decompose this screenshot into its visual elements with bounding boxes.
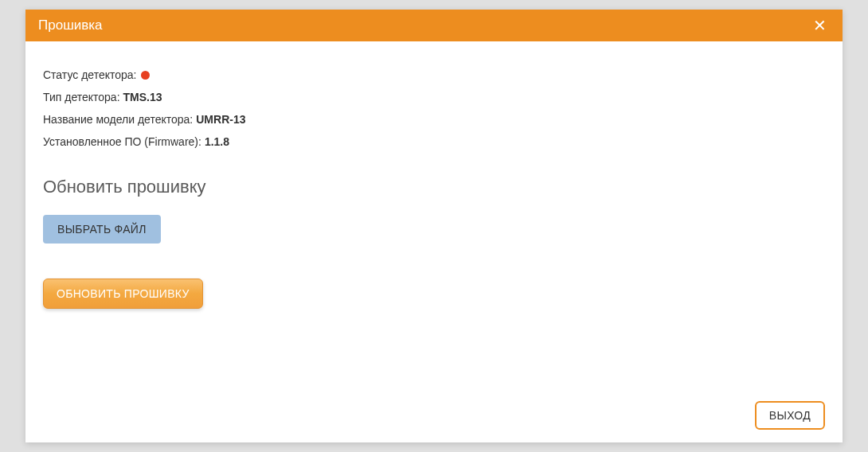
update-section-title: Обновить прошивку — [43, 177, 825, 197]
status-indicator-icon — [141, 71, 150, 80]
detector-status-row: Статус детектора: — [43, 68, 825, 81]
dialog-title: Прошивка — [38, 18, 103, 33]
exit-button[interactable]: ВЫХОД — [755, 401, 825, 430]
detector-type-row: Тип детектора: TMS.13 — [43, 91, 825, 103]
dialog-content: Статус детектора: Тип детектора: TMS.13 … — [25, 41, 843, 442]
dialog-footer: ВЫХОД — [755, 401, 825, 430]
choose-file-button[interactable]: ВЫБРАТЬ ФАЙЛ — [43, 215, 161, 244]
dialog-header: Прошивка ✕ — [25, 10, 843, 41]
firmware-dialog: Прошивка ✕ Статус детектора: Тип детекто… — [25, 10, 843, 442]
firmware-version-value: 1.1.8 — [205, 135, 229, 148]
detector-status-label: Статус детектора: — [43, 68, 136, 81]
update-firmware-button[interactable]: ОБНОВИТЬ ПРОШИВКУ — [43, 279, 203, 309]
detector-type-value: TMS.13 — [123, 91, 162, 103]
firmware-version-row: Установленное ПО (Firmware): 1.1.8 — [43, 135, 825, 148]
close-icon[interactable]: ✕ — [810, 18, 830, 33]
detector-type-label: Тип детектора: — [43, 91, 120, 103]
detector-model-label: Название модели детектора: — [43, 113, 193, 126]
detector-model-value: UMRR-13 — [196, 113, 245, 126]
detector-model-row: Название модели детектора: UMRR-13 — [43, 113, 825, 126]
firmware-version-label: Установленное ПО (Firmware): — [43, 135, 201, 148]
